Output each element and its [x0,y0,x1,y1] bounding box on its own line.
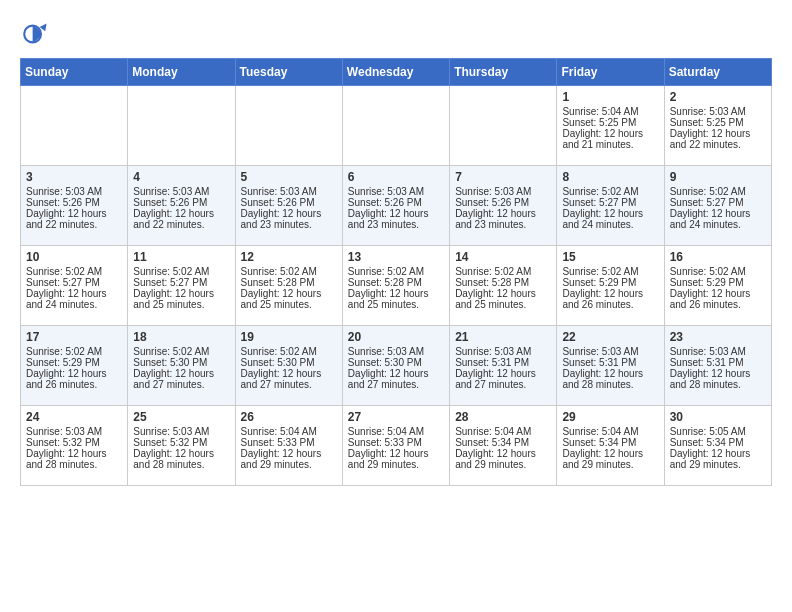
calendar-cell: 3Sunrise: 5:03 AMSunset: 5:26 PMDaylight… [21,166,128,246]
calendar-header-row: Sunday Monday Tuesday Wednesday Thursday… [21,59,772,86]
daylight: Daylight: 12 hours and 25 minutes. [348,288,429,310]
sunset: Sunset: 5:34 PM [455,437,529,448]
sunset: Sunset: 5:26 PM [455,197,529,208]
sunrise: Sunrise: 5:03 AM [26,186,102,197]
calendar-cell: 15Sunrise: 5:02 AMSunset: 5:29 PMDayligh… [557,246,664,326]
calendar-cell: 27Sunrise: 5:04 AMSunset: 5:33 PMDayligh… [342,406,449,486]
calendar-cell: 24Sunrise: 5:03 AMSunset: 5:32 PMDayligh… [21,406,128,486]
calendar-cell: 9Sunrise: 5:02 AMSunset: 5:27 PMDaylight… [664,166,771,246]
calendar-cell [342,86,449,166]
calendar-cell [450,86,557,166]
sunrise: Sunrise: 5:02 AM [562,266,638,277]
day-number: 16 [670,250,766,264]
col-friday: Friday [557,59,664,86]
daylight: Daylight: 12 hours and 27 minutes. [348,368,429,390]
col-thursday: Thursday [450,59,557,86]
day-number: 6 [348,170,444,184]
day-number: 26 [241,410,337,424]
daylight: Daylight: 12 hours and 23 minutes. [455,208,536,230]
day-number: 25 [133,410,229,424]
sunrise: Sunrise: 5:02 AM [133,346,209,357]
calendar-cell: 6Sunrise: 5:03 AMSunset: 5:26 PMDaylight… [342,166,449,246]
sunset: Sunset: 5:28 PM [241,277,315,288]
col-monday: Monday [128,59,235,86]
calendar-week-5: 24Sunrise: 5:03 AMSunset: 5:32 PMDayligh… [21,406,772,486]
calendar-cell: 2Sunrise: 5:03 AMSunset: 5:25 PMDaylight… [664,86,771,166]
sunset: Sunset: 5:30 PM [133,357,207,368]
calendar-cell: 16Sunrise: 5:02 AMSunset: 5:29 PMDayligh… [664,246,771,326]
sunset: Sunset: 5:29 PM [670,277,744,288]
calendar-cell: 18Sunrise: 5:02 AMSunset: 5:30 PMDayligh… [128,326,235,406]
calendar-week-4: 17Sunrise: 5:02 AMSunset: 5:29 PMDayligh… [21,326,772,406]
logo-icon [20,20,48,48]
daylight: Daylight: 12 hours and 29 minutes. [670,448,751,470]
sunset: Sunset: 5:34 PM [670,437,744,448]
daylight: Daylight: 12 hours and 27 minutes. [241,368,322,390]
calendar-cell: 28Sunrise: 5:04 AMSunset: 5:34 PMDayligh… [450,406,557,486]
calendar-week-1: 1Sunrise: 5:04 AMSunset: 5:25 PMDaylight… [21,86,772,166]
sunset: Sunset: 5:28 PM [455,277,529,288]
sunset: Sunset: 5:26 PM [348,197,422,208]
daylight: Daylight: 12 hours and 22 minutes. [26,208,107,230]
calendar-cell: 22Sunrise: 5:03 AMSunset: 5:31 PMDayligh… [557,326,664,406]
calendar-cell [21,86,128,166]
day-number: 28 [455,410,551,424]
calendar-cell: 23Sunrise: 5:03 AMSunset: 5:31 PMDayligh… [664,326,771,406]
sunset: Sunset: 5:25 PM [562,117,636,128]
day-number: 12 [241,250,337,264]
day-number: 15 [562,250,658,264]
day-number: 11 [133,250,229,264]
calendar-cell: 14Sunrise: 5:02 AMSunset: 5:28 PMDayligh… [450,246,557,326]
sunrise: Sunrise: 5:02 AM [26,346,102,357]
daylight: Daylight: 12 hours and 25 minutes. [455,288,536,310]
sunrise: Sunrise: 5:03 AM [670,346,746,357]
day-number: 2 [670,90,766,104]
sunset: Sunset: 5:26 PM [241,197,315,208]
daylight: Daylight: 12 hours and 28 minutes. [133,448,214,470]
day-number: 5 [241,170,337,184]
sunrise: Sunrise: 5:03 AM [455,346,531,357]
calendar-week-3: 10Sunrise: 5:02 AMSunset: 5:27 PMDayligh… [21,246,772,326]
col-saturday: Saturday [664,59,771,86]
sunrise: Sunrise: 5:02 AM [670,186,746,197]
daylight: Daylight: 12 hours and 21 minutes. [562,128,643,150]
daylight: Daylight: 12 hours and 28 minutes. [670,368,751,390]
day-number: 27 [348,410,444,424]
daylight: Daylight: 12 hours and 24 minutes. [670,208,751,230]
calendar-cell: 21Sunrise: 5:03 AMSunset: 5:31 PMDayligh… [450,326,557,406]
sunrise: Sunrise: 5:02 AM [241,346,317,357]
calendar-cell: 12Sunrise: 5:02 AMSunset: 5:28 PMDayligh… [235,246,342,326]
day-number: 30 [670,410,766,424]
sunset: Sunset: 5:30 PM [348,357,422,368]
sunrise: Sunrise: 5:02 AM [348,266,424,277]
sunrise: Sunrise: 5:04 AM [348,426,424,437]
day-number: 7 [455,170,551,184]
calendar-cell: 7Sunrise: 5:03 AMSunset: 5:26 PMDaylight… [450,166,557,246]
sunrise: Sunrise: 5:03 AM [348,346,424,357]
sunrise: Sunrise: 5:03 AM [670,106,746,117]
sunrise: Sunrise: 5:02 AM [455,266,531,277]
sunrise: Sunrise: 5:03 AM [133,426,209,437]
calendar-cell: 5Sunrise: 5:03 AMSunset: 5:26 PMDaylight… [235,166,342,246]
day-number: 10 [26,250,122,264]
sunset: Sunset: 5:33 PM [241,437,315,448]
sunset: Sunset: 5:30 PM [241,357,315,368]
daylight: Daylight: 12 hours and 23 minutes. [241,208,322,230]
sunset: Sunset: 5:32 PM [133,437,207,448]
sunset: Sunset: 5:27 PM [562,197,636,208]
day-number: 21 [455,330,551,344]
sunrise: Sunrise: 5:02 AM [133,266,209,277]
calendar-cell: 29Sunrise: 5:04 AMSunset: 5:34 PMDayligh… [557,406,664,486]
sunset: Sunset: 5:31 PM [562,357,636,368]
daylight: Daylight: 12 hours and 27 minutes. [133,368,214,390]
sunrise: Sunrise: 5:04 AM [562,426,638,437]
sunset: Sunset: 5:29 PM [26,357,100,368]
daylight: Daylight: 12 hours and 24 minutes. [26,288,107,310]
sunrise: Sunrise: 5:03 AM [348,186,424,197]
sunset: Sunset: 5:33 PM [348,437,422,448]
daylight: Daylight: 12 hours and 28 minutes. [562,368,643,390]
sunrise: Sunrise: 5:03 AM [241,186,317,197]
sunrise: Sunrise: 5:05 AM [670,426,746,437]
page-header [20,20,772,48]
day-number: 22 [562,330,658,344]
